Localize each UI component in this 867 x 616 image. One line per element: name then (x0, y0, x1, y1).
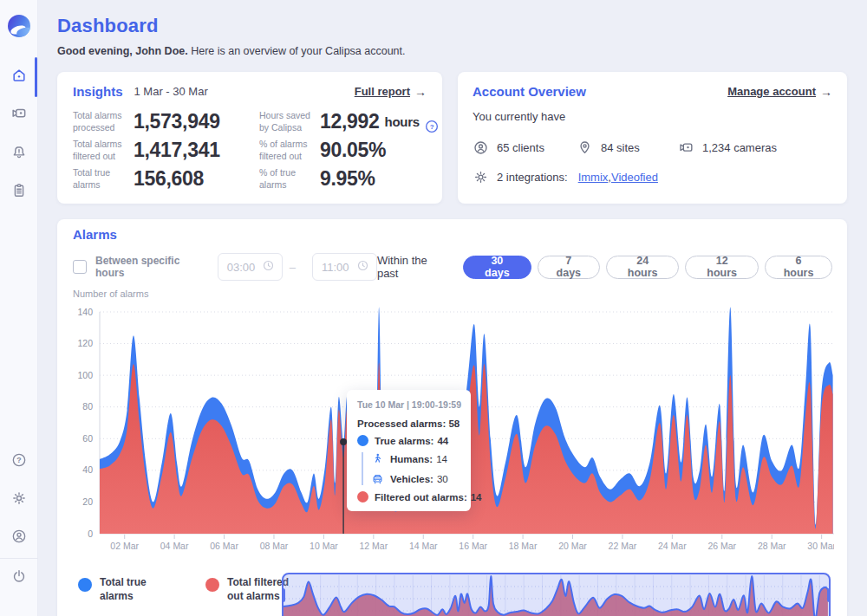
red-dot-icon (205, 578, 219, 592)
arrow-right-icon: → (820, 85, 832, 99)
gear-icon (473, 169, 489, 185)
alarms-controls: Between specific hours 03:00 – 11:00 Wit… (73, 252, 832, 282)
power-icon (10, 567, 28, 588)
sidebar-item-notifications[interactable] (0, 139, 38, 170)
cameras-count: 1,234 cameras (678, 139, 777, 156)
legend-filtered-alarms: Total filtered out alarms (205, 576, 291, 603)
svg-text:100: 100 (77, 370, 93, 380)
greeting: Good evening, John Doe. Here is an overv… (57, 45, 847, 57)
account-overview-title: Account Overview (473, 84, 586, 99)
video-camera-icon (678, 139, 694, 156)
svg-text:16 Mar: 16 Mar (459, 541, 487, 551)
svg-text:?: ? (429, 123, 434, 131)
stat-hours-saved: Hours saved by Calipsa 12,992hours ? (259, 107, 439, 136)
tooltip-processed: Processed alarms: 58 (357, 418, 460, 429)
stat-total-true: Total true alarms 156,608 (73, 165, 259, 193)
question-circle-icon[interactable]: ? (425, 115, 439, 129)
svg-text:10 Mar: 10 Mar (310, 541, 338, 551)
insights-title: Insights (73, 84, 123, 99)
svg-text:28 Mar: 28 Mar (758, 541, 786, 551)
integration-link-videofied[interactable]: Videofied (611, 171, 658, 184)
user-circle-icon (10, 528, 28, 548)
stat-pct-filtered: % of alarms filtered out 90.05% (259, 136, 439, 165)
sidebar-item-cameras[interactable] (0, 100, 38, 131)
gear-icon (10, 490, 28, 510)
help-icon: ? (10, 451, 28, 472)
sidebar-item-settings[interactable] (0, 484, 38, 515)
full-report-link[interactable]: Full report (355, 85, 410, 98)
blue-dot-icon (78, 578, 92, 592)
sidebar-divider (0, 558, 38, 559)
page-title: Dashboard (57, 15, 847, 37)
arrow-right-icon: → (414, 85, 427, 99)
svg-text:80: 80 (82, 401, 93, 412)
sidebar-item-account[interactable] (0, 522, 38, 554)
svg-text:140: 140 (77, 307, 93, 317)
y-axis-title: Number of alarms (73, 289, 148, 299)
tooltip-humans: Humans:14 (371, 452, 460, 465)
tooltip-filtered: Filtered out alarms:14 (357, 491, 460, 503)
insights-card: Insights 1 Mar - 30 Mar Full report → To… (57, 72, 442, 204)
svg-text:20: 20 (82, 496, 93, 507)
svg-text:40: 40 (82, 464, 93, 475)
alarms-title: Alarms (73, 227, 117, 242)
svg-text:18 Mar: 18 Mar (509, 541, 538, 551)
svg-text:30 Mar: 30 Mar (807, 541, 834, 551)
clock-icon (356, 259, 369, 276)
svg-text:0: 0 (88, 528, 93, 539)
svg-text:14 Mar: 14 Mar (409, 541, 438, 551)
chart-range-brush[interactable] (282, 573, 831, 616)
legend-true-alarms: Total true alarms (78, 576, 164, 603)
svg-text:26 Mar: 26 Mar (707, 541, 736, 551)
svg-text:?: ? (16, 456, 21, 464)
main-content: Dashboard Good evening, John Doe. Here i… (38, 0, 867, 616)
vehicle-icon (371, 472, 384, 485)
chart-tooltip: Tue 10 Mar | 19:00-19:59 Processed alarm… (347, 390, 471, 511)
range-button-7-days[interactable]: 7 days (538, 256, 600, 279)
video-camera-icon (10, 105, 28, 126)
blue-dot-icon (357, 435, 368, 446)
range-button-12-hours[interactable]: 12 hours (685, 256, 759, 279)
svg-text:12 Mar: 12 Mar (359, 541, 388, 551)
within-past-label: Within the past (377, 254, 447, 280)
stat-total-filtered: Total alarms filtered out 1,417,341 (73, 136, 259, 165)
sidebar-item-logout[interactable] (0, 562, 38, 593)
bell-icon (10, 144, 28, 165)
sites-count: 84 sites (577, 139, 678, 156)
tooltip-true-alarms: True alarms:44 (357, 435, 460, 446)
svg-text:06 Mar: 06 Mar (210, 541, 238, 551)
range-button-6-hours[interactable]: 6 hours (765, 256, 832, 279)
time-to-input[interactable]: 11:00 (312, 253, 377, 281)
clients-count: 65 clients (473, 139, 577, 156)
manage-account-link[interactable]: Manage account (727, 85, 816, 98)
stat-total-processed: Total alarms processed 1,573,949 (73, 107, 259, 136)
sidebar-item-dashboard[interactable] (0, 62, 38, 93)
tooltip-vehicles: Vehicles:30 (371, 472, 460, 485)
insights-date-range: 1 Mar - 30 Mar (134, 85, 208, 98)
account-overview-card: Account Overview Manage account → You cu… (458, 72, 847, 204)
range-button-24-hours[interactable]: 24 hours (606, 256, 680, 279)
location-pin-icon (577, 139, 593, 156)
human-icon (371, 452, 384, 465)
sidebar-item-reports[interactable] (0, 177, 38, 208)
svg-text:24 Mar: 24 Mar (658, 541, 687, 551)
svg-text:08 Mar: 08 Mar (260, 541, 289, 551)
between-hours-label: Between specific hours (95, 255, 204, 279)
time-range-dash: – (290, 261, 296, 274)
svg-text:60: 60 (82, 433, 93, 444)
clipboard-icon (10, 182, 28, 203)
alarms-card: Alarms Between specific hours 03:00 – 11… (57, 219, 847, 616)
stat-pct-true: % of true alarms 9.95% (259, 165, 439, 193)
sidebar-item-help[interactable]: ? (0, 446, 38, 477)
range-button-30-days[interactable]: 30 days (463, 256, 531, 279)
home-icon (10, 67, 28, 88)
svg-text:22 Mar: 22 Mar (609, 541, 637, 551)
account-subtitle: You currently have (473, 110, 832, 123)
user-circle-icon (473, 139, 489, 156)
integration-link-immix[interactable]: Immix (578, 171, 609, 184)
time-from-input[interactable]: 03:00 (218, 253, 283, 281)
clock-icon (262, 259, 275, 276)
between-hours-checkbox[interactable] (73, 260, 87, 274)
integrations-row: 2 integrations: Immix , Videofied (473, 169, 658, 185)
svg-text:20 Mar: 20 Mar (558, 541, 587, 551)
